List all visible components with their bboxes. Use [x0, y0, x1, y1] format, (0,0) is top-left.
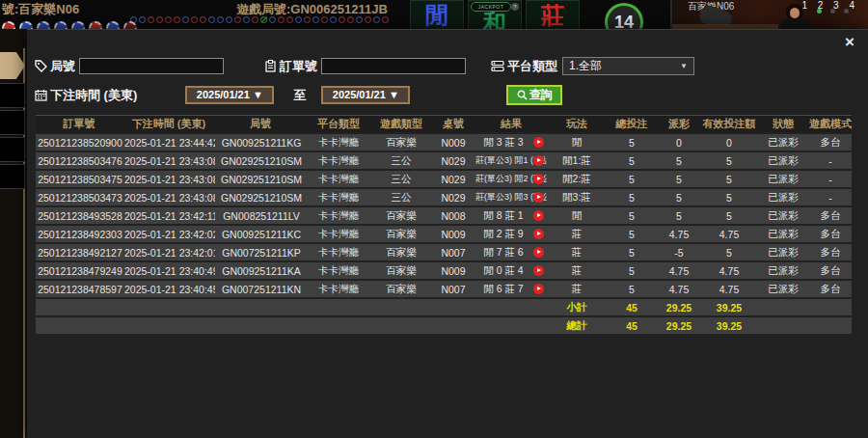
cell-game-type: 百家樂 [371, 262, 431, 279]
clipboard-icon [264, 60, 277, 72]
cell-valid-bet: 5 [701, 207, 757, 224]
bead-marker [182, 16, 189, 23]
subtotal-valid-bet: 39.25 [701, 299, 757, 315]
cell-platform: 卡卡灣廳 [306, 226, 371, 242]
jackpot-help-icon[interactable]: ? [511, 3, 519, 11]
cell-result: 閒 0 莊 4 [475, 262, 547, 279]
cell-total-bet: 5 [607, 189, 657, 205]
cell-bet-time: 2025-01-21 23:42:02 [122, 226, 215, 242]
cell-result: 閒 6 莊 7 [475, 281, 547, 297]
cell-round-no: GN007251211KP [215, 244, 306, 260]
bet-banker-label: 莊 [527, 1, 579, 30]
cell-round-no: GN009251211KG [215, 134, 306, 151]
cell-bet-time: 2025-01-21 23:43:08 [122, 189, 215, 205]
cell-payout: 4.75 [657, 226, 701, 242]
search-icon [517, 90, 528, 100]
filter-row-2: 下注時間 (美東) 2025/01/21 ▼ 至 2025/01/21 ▼ 查詢 [35, 85, 562, 105]
platform-stack-icon [491, 60, 504, 72]
replay-video-icon[interactable] [533, 229, 544, 239]
video-green-dot [817, 9, 822, 14]
sidebar-panel [0, 110, 25, 135]
cell-game-type: 百家樂 [371, 134, 431, 151]
replay-video-icon[interactable] [533, 155, 544, 166]
cell-total-bet: 5 [607, 281, 657, 297]
cell-platform: 卡卡灣廳 [306, 262, 371, 279]
cell-result: 閒 8 莊 1 [475, 207, 547, 224]
cell-game-mode: 多台 [809, 226, 852, 242]
bead-marker [208, 16, 215, 23]
cell-game-mode: 多台 [809, 134, 852, 151]
column-header: 結果 [475, 115, 547, 132]
live-video-feed: 百家樂N06 1 2 3 4 [670, 0, 868, 29]
calendar-icon [35, 89, 47, 101]
cell-play-method: 莊 [547, 281, 607, 297]
search-button[interactable]: 查詢 [506, 85, 562, 105]
screen: 號:百家樂N06 遊戲局號:GN006251211JB 閒 JACKPOT ? … [0, 0, 868, 438]
cell-valid-bet: 5 [701, 171, 757, 187]
sidebar-panel [0, 83, 25, 108]
column-header: 遊戲類型 [371, 115, 431, 132]
cell-table-no: N029 [431, 189, 475, 205]
replay-video-icon[interactable] [533, 265, 544, 276]
search-button-label: 查詢 [529, 87, 553, 103]
empty-cell [757, 299, 852, 315]
subtotal-total-bet: 45 [607, 299, 657, 315]
bead-road [130, 16, 389, 23]
cell-table-no: N007 [431, 244, 475, 260]
total-row: 總計 45 29.25 39.25 [36, 317, 852, 334]
table-body: 2501212385209002025-01-21 23:44:42GN0092… [36, 134, 852, 297]
date-from-picker[interactable]: 2025/01/21 ▼ [185, 86, 274, 104]
cell-result: 閒 7 莊 6 [475, 244, 547, 260]
cell-play-method: 閒 [547, 207, 607, 224]
date-to-picker[interactable]: 2025/01/21 ▼ [321, 86, 410, 104]
table-row: 2501212384923032025-01-21 23:42:02GN0092… [36, 226, 852, 242]
cell-table-no: N029 [431, 171, 475, 187]
cell-payout: 0 [657, 134, 701, 151]
round-input[interactable] [79, 58, 224, 74]
cell-platform: 卡卡灣廳 [306, 207, 371, 224]
result-text: 閒 8 莊 1 [483, 209, 523, 221]
cell-game-mode: 多台 [809, 244, 852, 260]
bet-time-filter-text: 下注時間 (美東) [50, 87, 137, 104]
cell-play-method: 莊 [547, 244, 607, 260]
cell-payout: 4.75 [657, 281, 701, 297]
jackpot-badge[interactable]: JACKPOT [471, 2, 511, 12]
cell-game-type: 百家樂 [371, 281, 431, 297]
replay-video-icon[interactable] [533, 210, 544, 221]
dealer-face [790, 8, 800, 18]
sidebar-pull-tab[interactable] [0, 52, 25, 79]
column-header: 遊戲模式 [809, 115, 852, 132]
cell-round-no: GN009251211KC [215, 226, 306, 242]
date-to-label: 至 [293, 87, 306, 104]
bet-time-filter-label: 下注時間 (美東) [35, 87, 137, 104]
empty-cell [36, 317, 547, 334]
bead-marker [200, 16, 206, 23]
replay-video-icon[interactable] [533, 247, 544, 258]
platform-select[interactable]: 1.全部 ▼ [562, 57, 694, 75]
cell-order-no: 250121238503473 [36, 189, 122, 205]
cell-game-mode: 多台 [809, 262, 852, 279]
bet-records-table: 訂單號下注時間 (美東)局號平台類型遊戲類型桌號結果玩法總投注派彩有效投注額狀態… [36, 113, 852, 336]
close-icon[interactable]: × [845, 34, 854, 50]
cell-order-no: 250121238492127 [36, 244, 122, 260]
bead-marker [156, 16, 163, 23]
cell-status: 已派彩 [757, 134, 809, 151]
cell-status: 已派彩 [757, 244, 809, 260]
cell-valid-bet: 0 [701, 134, 757, 151]
bet-records-table-wrap: 訂單號下注時間 (美東)局號平台類型遊戲類型桌號結果玩法總投注派彩有效投注額狀態… [36, 113, 852, 336]
order-input[interactable] [321, 58, 466, 74]
subtotal-label: 小計 [547, 299, 607, 315]
video-gray-dot [830, 9, 835, 14]
cell-valid-bet: 4.75 [701, 262, 757, 279]
replay-video-icon[interactable] [533, 174, 544, 184]
replay-video-icon[interactable] [533, 137, 544, 148]
cell-valid-bet: 5 [701, 244, 757, 260]
cell-bet-time: 2025-01-21 23:42:01 [122, 244, 215, 260]
cell-total-bet: 5 [607, 171, 657, 187]
replay-video-icon[interactable] [533, 192, 544, 203]
table-row: 2501212385034752025-01-21 23:43:08GN0292… [36, 171, 852, 187]
cell-game-type: 百家樂 [371, 244, 431, 260]
sidebar-panel [0, 137, 25, 162]
replay-video-icon[interactable] [533, 284, 544, 294]
cell-table-no: N029 [431, 152, 475, 169]
